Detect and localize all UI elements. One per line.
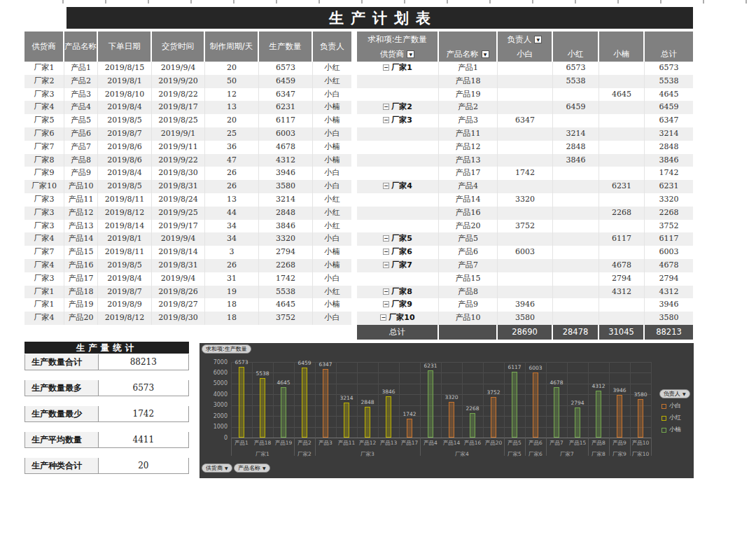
pivot-supplier-cell[interactable] — [357, 220, 439, 233]
cell[interactable]: 34 — [205, 220, 259, 233]
cell[interactable]: 2019/9/11 — [152, 141, 205, 154]
collapse-icon[interactable]: − — [383, 117, 389, 123]
pivot-supplier-cell[interactable] — [357, 127, 439, 141]
pivot-supplier-cell[interactable]: −厂家7 — [357, 259, 439, 272]
pivot-supplier-cell[interactable] — [357, 88, 439, 102]
pivot-value-cell[interactable]: 6231 — [599, 180, 645, 193]
pivot-product-cell[interactable]: 产品18 — [439, 75, 498, 88]
cell[interactable]: 2019/8/6 — [98, 154, 152, 167]
filter-icon[interactable]: ▼ — [482, 50, 489, 58]
cell[interactable]: 2268 — [259, 259, 313, 272]
collapse-icon[interactable]: − — [383, 262, 389, 268]
cell[interactable]: 小白 — [313, 312, 351, 325]
cell[interactable]: 2019/8/31 — [152, 180, 205, 193]
bar-产品15[interactable] — [575, 407, 580, 438]
cell[interactable]: 47 — [205, 154, 259, 167]
pivot-product-cell[interactable]: 产品3 — [439, 114, 498, 127]
cell[interactable]: 2019/8/22 — [152, 88, 205, 102]
pivot-product-cell[interactable]: 产品13 — [439, 154, 498, 167]
cell[interactable]: 产品4 — [64, 101, 98, 114]
pivot-value-cell[interactable]: 3320 — [645, 193, 693, 207]
pivot-supplier-cell[interactable] — [357, 154, 439, 167]
cell[interactable]: 20 — [205, 114, 259, 127]
collapse-icon[interactable]: − — [383, 64, 389, 71]
cell[interactable]: 小红 — [313, 286, 351, 299]
cell[interactable]: 2019/8/4 — [98, 272, 152, 286]
pivot-value-cell[interactable] — [498, 88, 553, 102]
cell[interactable]: 产品3 — [64, 88, 98, 102]
cell[interactable]: 2019/8/5 — [98, 114, 152, 127]
cell[interactable]: 26 — [205, 180, 259, 193]
cell[interactable]: 6231 — [259, 101, 313, 114]
pivot-value-cell[interactable] — [553, 114, 599, 127]
pivot-value-cell[interactable]: 6573 — [553, 62, 599, 75]
pivot-value-cell[interactable] — [498, 180, 553, 193]
cell[interactable]: 2019/9/4 — [152, 62, 205, 75]
pivot-product-cell[interactable]: 产品19 — [439, 88, 498, 102]
legend-item[interactable]: 小白 — [662, 402, 681, 410]
cell[interactable]: 25 — [205, 127, 259, 141]
pivot-product-cell[interactable]: 产品5 — [439, 232, 498, 246]
cell[interactable]: 小红 — [313, 75, 351, 88]
cell[interactable]: 厂家1 — [24, 286, 64, 299]
cell[interactable]: 产品12 — [64, 207, 98, 220]
cell[interactable]: 2019/8/1 — [98, 232, 152, 246]
cell[interactable]: 产品19 — [64, 298, 98, 312]
cell[interactable]: 2019/9/1 — [152, 127, 205, 141]
cell[interactable]: 厂家3 — [24, 220, 64, 233]
pivot-value-cell[interactable] — [553, 272, 599, 286]
pivot-value-cell[interactable]: 2268 — [599, 207, 645, 220]
cell[interactable]: 34 — [205, 232, 259, 246]
cell[interactable]: 厂家7 — [24, 141, 64, 154]
cell[interactable]: 小楠 — [313, 101, 351, 114]
cell[interactable]: 产品7 — [64, 141, 98, 154]
bar-产品17[interactable] — [407, 419, 412, 438]
pivot-supplier-cell[interactable] — [357, 207, 439, 220]
cell[interactable]: 产品5 — [64, 114, 98, 127]
cell[interactable]: 2019/8/14 — [152, 246, 205, 259]
pivot-product-cell[interactable]: 产品7 — [439, 259, 498, 272]
cell[interactable]: 产品6 — [64, 127, 98, 141]
cell[interactable]: 2019/8/26 — [152, 286, 205, 299]
cell[interactable]: 2848 — [259, 207, 313, 220]
cell[interactable]: 产品16 — [64, 259, 98, 272]
legend-field-button[interactable]: 负责人 ▼ — [659, 389, 690, 398]
pivot-value-cell[interactable] — [599, 114, 645, 127]
pivot-supplier-cell[interactable]: −厂家5 — [357, 232, 439, 246]
collapse-icon[interactable]: − — [383, 235, 389, 242]
cell[interactable]: 13 — [205, 101, 259, 114]
cell[interactable]: 小白 — [313, 127, 351, 141]
cell[interactable]: 产品8 — [64, 154, 98, 167]
pivot-value-cell[interactable]: 3946 — [645, 298, 693, 312]
pivot-supplier-cell[interactable]: −厂家9 — [357, 298, 439, 312]
pivot-value-cell[interactable] — [599, 101, 645, 114]
pivot-value-cell[interactable] — [599, 220, 645, 233]
cell[interactable]: 2019/8/9 — [98, 298, 152, 312]
cell[interactable]: 2794 — [259, 246, 313, 259]
cell[interactable]: 产品11 — [64, 193, 98, 207]
cell[interactable]: 2019/8/4 — [98, 167, 152, 180]
pivot-value-cell[interactable]: 3214 — [645, 127, 693, 141]
bar-产品7[interactable] — [554, 387, 559, 438]
cell[interactable]: 厂家9 — [24, 167, 64, 180]
pivot-value-cell[interactable] — [599, 193, 645, 207]
cell[interactable]: 产品13 — [64, 220, 98, 233]
cell[interactable]: 2019/8/1 — [98, 75, 152, 88]
pivot-value-cell[interactable]: 6573 — [645, 62, 693, 75]
cell[interactable]: 18 — [205, 298, 259, 312]
cell[interactable]: 厂家3 — [24, 207, 64, 220]
dropdown-icon[interactable]: ▼ — [534, 36, 542, 43]
cell[interactable]: 小楠 — [313, 259, 351, 272]
cell[interactable]: 厂家3 — [24, 272, 64, 286]
pivot-value-cell[interactable]: 6003 — [498, 246, 553, 259]
bar-产品13[interactable] — [386, 396, 391, 438]
pivot-supplier-cell[interactable]: −厂家6 — [357, 246, 439, 259]
cell[interactable]: 产品17 — [64, 272, 98, 286]
pivot-value-cell[interactable]: 6117 — [645, 232, 693, 246]
pivot-value-cell[interactable]: 6459 — [645, 101, 693, 114]
cell[interactable]: 19 — [205, 286, 259, 299]
pivot-value-cell[interactable] — [498, 62, 553, 75]
cell[interactable]: 厂家3 — [24, 88, 64, 102]
bar-产品8[interactable] — [596, 391, 601, 438]
cell[interactable]: 小楠 — [313, 154, 351, 167]
